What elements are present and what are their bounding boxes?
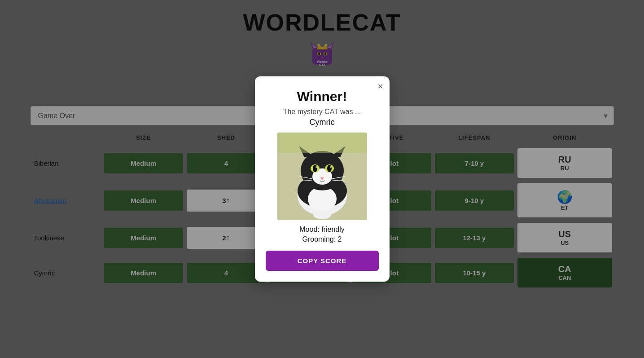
svg-rect-36 <box>277 133 367 153</box>
svg-point-27 <box>327 165 332 172</box>
copy-score-button[interactable]: COPY SCORE <box>266 251 379 271</box>
modal-breed-name: Cymric <box>266 118 379 127</box>
modal-title: Winner! <box>266 89 379 104</box>
cat-photo <box>277 133 367 220</box>
modal-mood: Mood: friendly <box>266 225 379 234</box>
svg-point-28 <box>315 166 317 168</box>
svg-point-35 <box>313 210 331 219</box>
svg-point-26 <box>313 165 317 172</box>
page-wrapper: WORDLECAT <box>0 0 644 358</box>
modal-mystery-text: The mystery CAT was ... <box>266 108 379 116</box>
winner-modal: × Winner! The mystery CAT was ... Cymric <box>255 76 390 282</box>
modal-grooming: Grooming: 2 <box>266 235 379 243</box>
modal-cat-image <box>277 133 367 220</box>
modal-overlay: × Winner! The mystery CAT was ... Cymric <box>0 0 644 358</box>
svg-point-29 <box>330 166 332 168</box>
modal-close-button[interactable]: × <box>378 82 383 91</box>
